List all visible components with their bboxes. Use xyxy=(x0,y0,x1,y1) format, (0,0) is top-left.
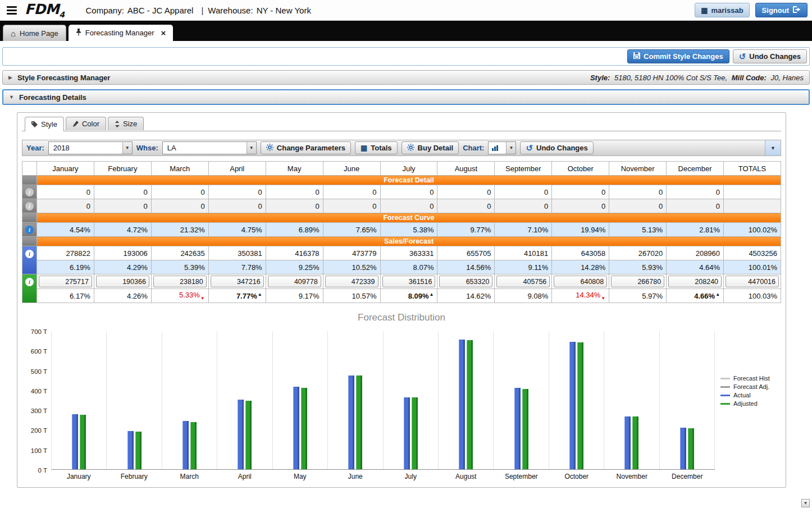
table-cell: 0 xyxy=(37,199,94,213)
commit-style-changes-button[interactable]: Commit Style Changes xyxy=(627,49,729,63)
adjusted-forecast-input[interactable] xyxy=(496,276,550,287)
adjusted-forecast-input[interactable] xyxy=(439,276,492,287)
adjusted-forecast-input[interactable] xyxy=(153,276,207,287)
expand-icon[interactable]: ▶ xyxy=(8,75,12,80)
adjusted-forecast-input[interactable] xyxy=(39,276,92,287)
cell-value: 100.03% xyxy=(749,292,777,300)
tab-color[interactable]: Color xyxy=(66,117,106,130)
table-cell: 5.97% xyxy=(609,289,667,303)
adjusted-forecast-input[interactable] xyxy=(211,276,264,287)
y-axis-label: 500 T xyxy=(31,368,47,375)
bar-adjusted xyxy=(301,388,307,469)
info-icon[interactable]: i xyxy=(25,226,34,234)
table-cell xyxy=(380,274,437,289)
window-tab-bar: ⌂ Home Page Forecasting Manager × xyxy=(0,21,812,41)
adjusted-forecast-input[interactable] xyxy=(382,276,436,287)
adjusted-forecast-input[interactable] xyxy=(325,276,378,287)
user-menu-button[interactable]: ▦ marissab xyxy=(695,3,749,17)
app-header: FDM4 Company: ABC - JC Apparel | Warehou… xyxy=(0,0,812,21)
cell-value: 14.62% xyxy=(466,292,491,300)
year-select[interactable]: 2018 ▼ xyxy=(48,141,133,154)
table-cell: 350381 xyxy=(208,246,266,260)
change-parameters-label: Change Parameters xyxy=(277,144,345,152)
month-column-header: March xyxy=(151,162,208,176)
menu-icon[interactable] xyxy=(7,6,17,15)
adjusted-forecast-input[interactable] xyxy=(268,276,321,287)
close-tab-icon[interactable]: × xyxy=(161,29,166,37)
chevron-down-icon[interactable]: ▼ xyxy=(122,142,132,154)
row-gutter xyxy=(22,213,37,223)
adjusted-forecast-input[interactable] xyxy=(726,276,779,287)
collapse-icon[interactable]: ▼ xyxy=(9,94,14,100)
section-header-row: Forecast Curve xyxy=(22,213,781,223)
buy-detail-button[interactable]: Buy Detail xyxy=(402,141,459,154)
table-cell: 14.62% xyxy=(437,289,495,303)
gear-icon xyxy=(266,144,273,153)
calendar-header-cell[interactable] xyxy=(22,162,37,176)
table-cell: 0 xyxy=(552,199,609,213)
warehouse-select[interactable]: LA ▼ xyxy=(162,141,257,154)
table-cell: 21.32% xyxy=(151,223,208,237)
bar-actual xyxy=(348,375,354,469)
info-icon[interactable]: i xyxy=(25,250,34,258)
table-cell: 9.25% xyxy=(266,260,323,274)
table-cell: 4503256 xyxy=(724,246,781,260)
tab-style[interactable]: Style xyxy=(25,117,64,131)
toolbar-more-dropdown[interactable]: ▼ xyxy=(765,140,781,155)
chart-title: Forecast Distribution xyxy=(22,312,781,323)
signout-button[interactable]: Signout xyxy=(755,3,808,17)
change-parameters-button[interactable]: Change Parameters xyxy=(261,141,351,154)
bar-group-june xyxy=(328,331,383,469)
forecast-distribution-chart: Forecast Distribution 0 T100 T200 T300 T… xyxy=(22,312,781,480)
x-axis-label: August xyxy=(439,473,494,480)
fdm4-logo: FDM4 xyxy=(25,1,64,19)
undo-changes-button[interactable]: ↺ Undo Changes xyxy=(520,141,593,154)
bar-adjusted xyxy=(467,340,473,470)
info-icon[interactable]: i xyxy=(25,278,34,286)
table-cell: 10.57% xyxy=(323,289,380,303)
table-row: i278822193006242635350381416378473779363… xyxy=(22,246,781,260)
table-cell xyxy=(266,274,323,289)
table-cell: 2.81% xyxy=(667,223,724,237)
undo-label: Undo Changes xyxy=(749,52,801,61)
table-cell: 0 xyxy=(380,199,437,213)
year-value: 2018 xyxy=(49,142,122,154)
pin-icon[interactable] xyxy=(76,29,81,38)
chart-type-select[interactable]: ▼ xyxy=(488,141,516,154)
undo-icon: ↺ xyxy=(739,52,746,61)
totals-button[interactable]: ▦ Totals xyxy=(355,141,398,154)
adjusted-forecast-input[interactable] xyxy=(668,276,722,287)
info-icon[interactable]: i xyxy=(25,202,34,210)
forecasting-details-header[interactable]: ▼ Forecasting Details xyxy=(2,89,810,105)
table-cell: 14.56% xyxy=(437,260,495,274)
tab-size[interactable]: Size xyxy=(108,117,144,130)
table-row: 6.19%4.29%5.39%7.78%9.25%10.52%8.07%14.5… xyxy=(22,260,781,274)
tab-forecasting-manager[interactable]: Forecasting Manager × xyxy=(69,25,174,41)
bar-actual xyxy=(72,414,78,469)
tab-size-label: Size xyxy=(123,120,137,128)
info-icon[interactable]: i xyxy=(25,188,34,196)
style-forecasting-manager-header[interactable]: ▶ Style Forecasting Manager Style: 5180,… xyxy=(2,70,810,85)
chevron-down-icon[interactable]: ▼ xyxy=(506,142,516,154)
x-axis-label: November xyxy=(604,473,660,480)
bar-group-january xyxy=(52,331,107,469)
style-label: Style: xyxy=(590,74,610,82)
table-cell: 5.38% xyxy=(380,223,437,237)
bar-actual xyxy=(459,340,465,469)
x-axis-label: April xyxy=(217,473,273,480)
table-cell: 9.77% xyxy=(437,223,495,237)
tab-home-page[interactable]: ⌂ Home Page xyxy=(3,25,66,41)
table-cell: 14.28% xyxy=(552,260,609,274)
chevron-down-icon[interactable]: ▼ xyxy=(247,142,256,154)
y-axis-label: 700 T xyxy=(31,328,47,335)
adjusted-forecast-input[interactable] xyxy=(96,276,149,287)
x-axis-label: March xyxy=(162,473,217,480)
scroll-down-button[interactable]: ▼ xyxy=(801,499,810,507)
year-label: Year: xyxy=(26,144,44,152)
table-cell: 9.11% xyxy=(495,260,552,274)
adjusted-forecast-input[interactable] xyxy=(554,276,607,287)
table-cell: 0 xyxy=(667,199,724,213)
cell-value: 5.97% xyxy=(642,292,663,300)
adjusted-forecast-input[interactable] xyxy=(611,276,664,287)
undo-changes-button-top[interactable]: ↺ Undo Changes xyxy=(733,49,807,63)
